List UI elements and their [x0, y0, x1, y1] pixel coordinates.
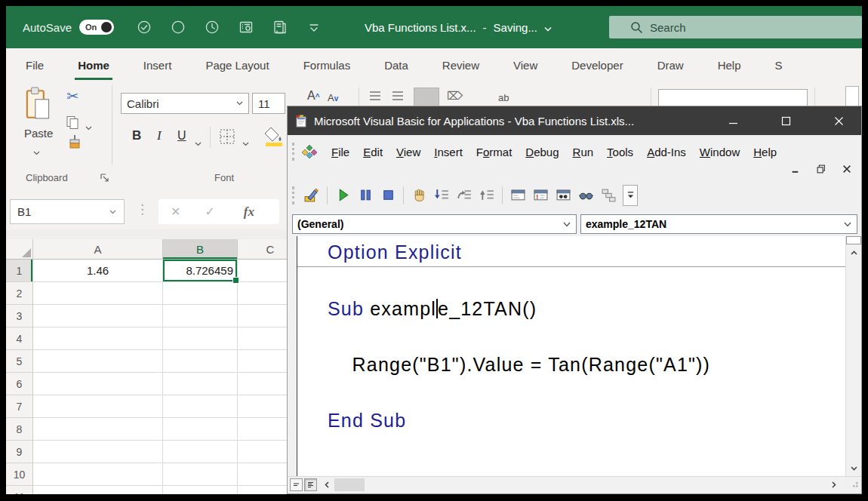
vba-menu-window[interactable]: Window [693, 144, 746, 160]
cell-b11[interactable] [163, 486, 238, 494]
ribbon-tab-data[interactable]: Data [384, 48, 408, 81]
orientation-icon[interactable]: ⌦ [447, 89, 463, 103]
scroll-right-icon[interactable] [827, 478, 840, 492]
italic-button[interactable]: I [157, 128, 162, 143]
object-dropdown-chevron-icon[interactable] [563, 222, 571, 227]
procedure-dropdown-chevron-icon[interactable] [844, 222, 851, 227]
row-header-2[interactable]: 2 [6, 282, 33, 305]
row-header-6[interactable]: 6 [6, 373, 33, 395]
formula-input-panel[interactable]: ✕ ✓ fx [159, 199, 279, 224]
ribbon-tab-view[interactable]: View [513, 48, 537, 81]
vba-menu-add-ins[interactable]: Add-Ins [640, 144, 693, 160]
enter-icon[interactable]: ✓ [205, 204, 214, 219]
run-sub-icon[interactable] [331, 185, 354, 206]
preview-window-icon[interactable] [239, 20, 254, 35]
row-header-7[interactable]: 7 [6, 395, 33, 418]
ribbon-tab-page-layout[interactable]: Page Layout [205, 48, 269, 81]
cell-a5[interactable] [33, 350, 163, 373]
procedure-view-button[interactable] [290, 478, 303, 491]
borders-icon[interactable] [218, 128, 236, 149]
code-editor[interactable]: Option ExplicitSub example_12TAN() Range… [297, 236, 846, 476]
bold-button[interactable]: B [132, 128, 141, 143]
row-header-1[interactable]: 1 [6, 260, 33, 282]
cell-b1[interactable]: 8.726459 [163, 260, 238, 282]
vba-menu-file[interactable]: File [325, 144, 356, 160]
vba-menu-run[interactable]: Run [566, 144, 601, 160]
cell-b7[interactable] [163, 395, 238, 418]
font-size-select[interactable]: 11 [252, 93, 285, 114]
vba-titlebar[interactable]: Microsoft Visual Basic for Applications … [288, 106, 861, 135]
cut-icon[interactable]: ✂ [66, 88, 78, 105]
vba-menu-tools[interactable]: Tools [600, 144, 640, 160]
paste-chevron-icon[interactable] [33, 145, 40, 158]
name-box[interactable]: B1 [10, 199, 125, 224]
horizontal-scroll-thumb[interactable] [334, 478, 365, 491]
column-header-a[interactable]: A [33, 239, 163, 260]
scroll-down-icon[interactable] [846, 461, 861, 475]
row-header-8[interactable]: 8 [6, 418, 33, 441]
vba-excel-object-icon[interactable] [302, 144, 317, 159]
vertical-scrollbar[interactable] [845, 236, 861, 476]
formula-bar-drag-dots-icon[interactable]: ⋮ [136, 201, 149, 217]
quick-watch-icon[interactable] [574, 185, 597, 206]
vba-close-button[interactable] [828, 110, 849, 131]
copy-icon[interactable] [65, 115, 80, 133]
ribbon-tab-review[interactable]: Review [442, 48, 479, 81]
paste-label[interactable]: Paste [24, 127, 53, 140]
reset-icon[interactable] [377, 185, 399, 206]
procedure-dropdown[interactable]: example_12TAN [580, 214, 857, 234]
fill-color-icon[interactable] [264, 125, 285, 151]
workbook-icon[interactable] [272, 20, 288, 35]
saved-check-icon[interactable] [137, 20, 152, 35]
select-all-corner[interactable] [6, 239, 33, 260]
cell-b4[interactable] [163, 327, 238, 350]
vba-menu-help[interactable]: Help [746, 144, 783, 160]
step-over-icon[interactable] [453, 185, 476, 206]
paste-button[interactable] [25, 86, 52, 124]
locals-window-icon[interactable] [506, 185, 529, 206]
step-into-icon[interactable] [430, 185, 453, 206]
cell-b5[interactable] [163, 350, 238, 373]
clipboard-dialog-launcher-icon[interactable] [100, 172, 109, 186]
resize-grip-icon[interactable] [850, 478, 859, 491]
customize-quick-access-icon[interactable] [306, 20, 322, 35]
ribbon-tab-formulas[interactable]: Formulas [303, 48, 351, 81]
vba-maximize-button[interactable] [775, 110, 796, 131]
align-middle-icon[interactable] [391, 91, 406, 106]
vba-menu-debug[interactable]: Debug [519, 144, 565, 160]
name-box-chevron-icon[interactable] [109, 210, 116, 214]
ribbon-tab-draw[interactable]: Draw [657, 48, 684, 81]
child-close-button[interactable] [842, 164, 852, 174]
row-header-5[interactable]: 5 [6, 350, 33, 373]
document-title[interactable]: Vba Functions List.x... - Saving... [365, 6, 552, 48]
copy-chevron-icon[interactable] [85, 120, 92, 134]
undo-circle-icon[interactable] [171, 20, 186, 35]
cancel-icon[interactable]: ✕ [171, 204, 180, 219]
cell-a9[interactable] [33, 441, 163, 463]
vba-menu-insert[interactable]: Insert [427, 144, 469, 160]
ribbon-tab-help[interactable]: Help [718, 48, 741, 81]
grow-font-button[interactable]: A^ [307, 89, 320, 103]
cell-a3[interactable] [33, 305, 163, 327]
watch-window-icon[interactable] [552, 185, 574, 206]
split-handle[interactable] [846, 236, 861, 244]
worksheet-grid[interactable]: ABC11.468.726459234567891011 [6, 239, 303, 494]
row-header-9[interactable]: 9 [6, 441, 33, 463]
cell-a4[interactable] [33, 327, 163, 350]
step-out-icon[interactable] [476, 185, 498, 206]
scroll-left-icon[interactable] [321, 478, 334, 492]
cell-a8[interactable] [33, 418, 163, 441]
cell-b2[interactable] [163, 282, 238, 305]
toolbar-options-icon[interactable] [623, 185, 638, 206]
format-painter-icon[interactable] [66, 134, 83, 155]
code-margin-indicator-bar[interactable] [288, 236, 297, 476]
cell-b10[interactable] [163, 463, 238, 486]
shrink-font-button[interactable]: Av [328, 92, 338, 103]
insert-function-icon[interactable]: fx [244, 204, 254, 220]
cell-a2[interactable] [33, 282, 163, 305]
underline-button[interactable]: U [177, 129, 186, 143]
search-box[interactable]: Search [609, 16, 862, 38]
column-header-b[interactable]: B [163, 239, 238, 260]
row-header-4[interactable]: 4 [6, 327, 33, 350]
cell-a11[interactable] [33, 486, 163, 494]
